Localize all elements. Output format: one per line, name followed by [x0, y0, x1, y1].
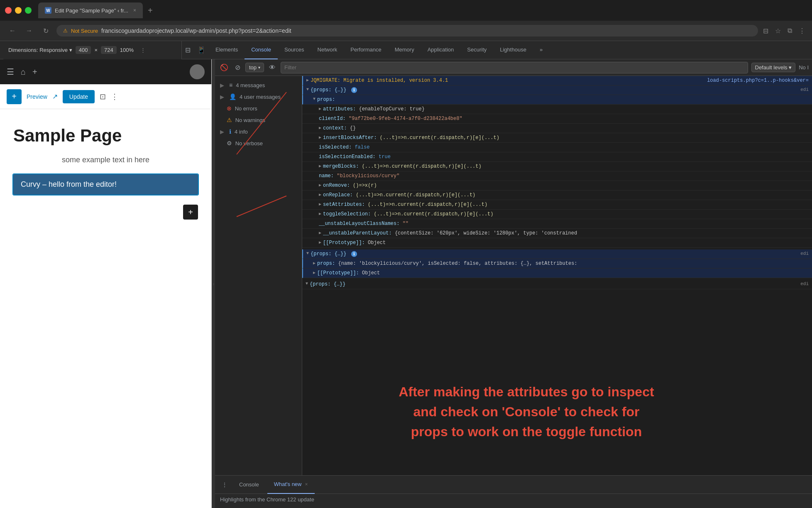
errors-icon: ⊗	[227, 105, 232, 112]
toggleselection-text: toggleSelection: (...t)=>n.current(r.dis…	[323, 211, 809, 217]
console-sidebar: ▶ ≡ 4 messages ▶ 👤 4 user messages ⊗ No …	[215, 76, 302, 475]
tab-memory[interactable]: Memory	[388, 41, 421, 59]
info-badge: ℹ	[351, 251, 357, 257]
minimize-traffic-light[interactable]	[15, 7, 22, 14]
tab-application[interactable]: Application	[421, 41, 461, 59]
jq-source-link[interactable]: load-scripts.php?c=1..p-hooks&ver=	[704, 78, 809, 83]
viewport-height[interactable]: 724	[101, 46, 117, 54]
wp-preview-button[interactable]: Preview	[27, 93, 47, 100]
expand-icon[interactable]: ▼	[306, 251, 309, 256]
viewport-width[interactable]: 400	[76, 46, 91, 54]
tab-console[interactable]: Console	[245, 41, 278, 59]
wp-add-icon[interactable]: +	[32, 67, 37, 77]
expand-icon[interactable]: ▶	[319, 106, 321, 111]
extensions-icon[interactable]: ⧉	[788, 27, 792, 35]
wp-add-block-button[interactable]: +	[7, 89, 22, 104]
console-line-props2: ▼ {props: {…}} ℹ edi	[302, 249, 812, 259]
tab-close-button[interactable]: ×	[133, 7, 136, 13]
sidebar-item-warnings[interactable]: ⚠ No warnings	[215, 114, 302, 126]
dt-device-icon[interactable]: 📱	[194, 46, 209, 54]
wp-options-icon[interactable]: ⋮	[111, 92, 118, 101]
expand-icon[interactable]: ▶	[319, 230, 321, 235]
console-line-props3: ▼ {props: {…}} edi	[302, 280, 812, 289]
back-button[interactable]: ←	[7, 25, 18, 37]
console-line-isselectionenabled: isSelectionEnabled: true	[302, 152, 812, 162]
url-bar[interactable]: ⚠ Not Secure franciscoguardadoprojectwp.…	[56, 25, 758, 37]
console-eye-icon[interactable]: 👁	[267, 62, 277, 73]
wp-external-link-icon[interactable]: ↗	[52, 93, 58, 100]
source-link[interactable]: edi	[797, 87, 809, 92]
wp-toolbar: ☰ ⌂ +	[0, 59, 211, 84]
expand-icon[interactable]: ▶	[313, 270, 316, 275]
tab-performance[interactable]: Performance	[344, 41, 388, 59]
console-output[interactable]: ▶ JQMIGRATE: Migrate is installed, versi…	[302, 76, 812, 475]
expand-icon[interactable]: ▼	[306, 87, 309, 92]
tab-network[interactable]: Network	[311, 41, 344, 59]
expand-icon[interactable]: ▶	[319, 164, 321, 169]
expand-icon[interactable]: ▶	[319, 125, 321, 130]
console-filter-input[interactable]	[281, 62, 748, 73]
close-traffic-light[interactable]	[5, 7, 12, 14]
whats-new-close-button[interactable]: ×	[305, 481, 308, 487]
tab-security[interactable]: Security	[460, 41, 493, 59]
wp-hamburger-icon[interactable]: ☰	[7, 67, 14, 77]
dt-toggle-icon[interactable]: ⊟	[182, 46, 194, 54]
sidebar-item-info[interactable]: ▶ ℹ 4 info	[215, 126, 302, 137]
insertblocksafter-text: insertBlocksAfter: (...t)=>n.current(r.d…	[323, 135, 809, 141]
sidebar-item-user-messages[interactable]: ▶ 👤 4 user messages	[215, 91, 302, 103]
cast-icon[interactable]: ⊟	[763, 27, 768, 35]
expand-icon[interactable]: ▼	[313, 97, 316, 101]
menu-icon[interactable]: ⋮	[799, 27, 805, 35]
viewport-zoom[interactable]: 100%	[120, 47, 134, 53]
clientid-text: clientId: "9af72be0-9feb-4174-a7f0-d2384…	[319, 116, 809, 122]
console-filter-icon[interactable]: ⊘	[233, 62, 242, 73]
expand-icon[interactable]: ▶	[313, 261, 316, 266]
console-line-props-key: ▼ props:	[302, 95, 812, 105]
resize-handle[interactable]: · · ·	[212, 59, 215, 508]
browser-tab-active[interactable]: W Edit Page "Sample Page" ‹ fr... ×	[38, 2, 143, 18]
expand-icon[interactable]: ▶	[319, 240, 321, 245]
source-link2[interactable]: edi	[797, 251, 809, 256]
sidebar-item-errors[interactable]: ⊗ No errors	[215, 103, 302, 114]
forward-button[interactable]: →	[23, 25, 35, 37]
tab-lighthouse[interactable]: Lighthouse	[493, 41, 533, 59]
expand-icon[interactable]: ▶	[319, 135, 321, 140]
onreplace-text: onReplace: (...t)=>n.current(r.dispatch,…	[323, 192, 809, 198]
wp-home-icon[interactable]: ⌂	[21, 67, 26, 77]
bottom-tab-options-icon[interactable]: ⋮	[218, 481, 231, 488]
bookmark-icon[interactable]: ☆	[775, 27, 781, 35]
more-viewport-options[interactable]: ⋮	[140, 47, 146, 53]
tab-elements[interactable]: Elements	[209, 41, 245, 59]
console-line-insertblocksafter: ▶ insertBlocksAfter: (...t)=>n.current(r…	[302, 133, 812, 143]
tab-title: Edit Page "Sample Page" ‹ fr...	[55, 7, 128, 14]
expand-icon[interactable]: ▶	[319, 202, 321, 207]
expand-icon[interactable]: ▶	[319, 211, 321, 216]
console-line-attributes: ▶ attributes: {enableTopCurve: true}	[302, 105, 812, 114]
wp-add-block-below-button[interactable]: +	[183, 205, 198, 220]
expand-icon[interactable]: ▶	[319, 183, 321, 188]
new-tab-button[interactable]: +	[146, 4, 154, 17]
bottom-tab-whats-new[interactable]: What's new ×	[267, 476, 315, 494]
curvy-block[interactable]: Curvy – hello from the editor!	[13, 174, 198, 195]
expand-icon[interactable]: ▶	[306, 78, 309, 83]
expand-icon[interactable]: ▼	[306, 281, 308, 286]
execution-context-dropdown[interactable]: top ▾	[245, 63, 264, 72]
tab-sources[interactable]: Sources	[278, 41, 311, 59]
viewport-mode[interactable]: Dimensions: Responsive ▾	[8, 47, 72, 53]
tab-more[interactable]: »	[533, 41, 549, 59]
maximize-traffic-light[interactable]	[25, 7, 32, 14]
jq-migrate-text: JQMIGRATE: Migrate is installed, version…	[311, 78, 704, 83]
console-clear-icon[interactable]: 🚫	[218, 62, 230, 73]
no-issues-label: No I	[799, 64, 809, 71]
wp-user-avatar[interactable]	[190, 64, 205, 79]
expand-icon[interactable]: ▶	[319, 192, 321, 197]
wp-update-button[interactable]: Update	[63, 90, 95, 103]
source-link3[interactable]: edi	[797, 281, 809, 286]
sidebar-item-messages[interactable]: ▶ ≡ 4 messages	[215, 79, 302, 91]
wp-sidebar-toggle-icon[interactable]: ⊡	[100, 92, 106, 101]
default-levels-dropdown[interactable]: Default levels ▾	[751, 63, 796, 72]
sidebar-item-verbose[interactable]: ⚙ No verbose	[215, 137, 302, 149]
bottom-tab-console[interactable]: Console	[232, 476, 266, 494]
page-title: Sample Page	[13, 126, 198, 146]
refresh-button[interactable]: ↻	[40, 25, 51, 37]
